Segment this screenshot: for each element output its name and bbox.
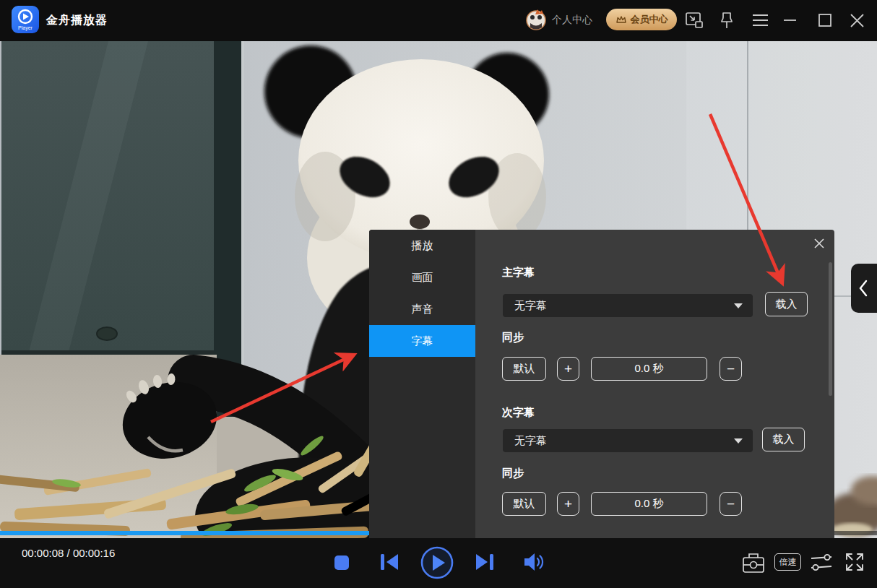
equalizer-button[interactable] (810, 551, 833, 574)
settings-tabs: 播放 画面 声音 字幕 (369, 230, 475, 545)
menu-icon[interactable] (749, 9, 771, 31)
main-subtitle-load-button[interactable]: 载入 (765, 292, 808, 316)
secondary-sync-minus-button[interactable]: − (720, 492, 742, 516)
chevron-down-icon (734, 438, 743, 444)
user-center-link[interactable]: 个人中心 (552, 14, 592, 27)
app-title: 金舟播放器 (46, 13, 108, 28)
mini-player-icon[interactable] (683, 9, 705, 31)
member-center-label: 会员中心 (631, 13, 668, 26)
player-window: Player 金舟播放器 个人中心 会员中心 (0, 0, 877, 588)
title-bar: Player 金舟播放器 个人中心 会员中心 (0, 0, 877, 41)
previous-button[interactable] (379, 553, 399, 571)
main-subtitle-select[interactable]: 无字幕 (503, 294, 753, 317)
pin-icon[interactable] (716, 9, 738, 31)
svg-text:Player: Player (18, 25, 33, 31)
settings-panel: 播放 画面 声音 字幕 主字幕 无字幕 载入 同步 默认 + 0.0 秒 − 次… (369, 230, 834, 545)
panel-scrollbar[interactable] (829, 262, 832, 396)
main-sync-default-button[interactable]: 默认 (502, 357, 546, 381)
tab-playback[interactable]: 播放 (369, 230, 475, 261)
panel-close-icon[interactable] (813, 238, 825, 249)
play-button[interactable] (420, 546, 454, 579)
main-sync-offset-field[interactable]: 0.0 秒 (591, 357, 707, 381)
minimize-icon[interactable] (779, 9, 800, 31)
speed-button[interactable]: 倍速 (774, 553, 801, 571)
chevron-down-icon (734, 303, 743, 308)
secondary-subtitle-label: 次字幕 (502, 406, 535, 420)
secondary-subtitle-select[interactable]: 无字幕 (503, 429, 753, 452)
panda-nose (410, 215, 430, 229)
maximize-icon[interactable] (814, 9, 836, 31)
close-icon[interactable] (846, 9, 868, 31)
stop-button[interactable] (333, 554, 350, 571)
secondary-sync-offset-field[interactable]: 0.0 秒 (591, 492, 707, 516)
crown-icon (615, 14, 627, 25)
time-display: 00:00:08 / 00:00:16 (22, 547, 115, 559)
main-subtitle-label: 主字幕 (502, 266, 535, 280)
next-button[interactable] (475, 553, 495, 571)
secondary-sync-plus-button[interactable]: + (557, 492, 579, 516)
fullscreen-button[interactable] (844, 551, 865, 573)
volume-button[interactable] (523, 551, 545, 573)
secondary-subtitle-load-button[interactable]: 载入 (762, 428, 805, 451)
main-sync-label: 同步 (502, 331, 524, 345)
secondary-sync-label: 同步 (502, 467, 524, 480)
app-logo: Player (12, 6, 39, 33)
chevron-left-icon (857, 274, 871, 303)
playlist-collapse-handle[interactable] (851, 264, 877, 313)
control-bar: 00:00:08 / 00:00:16 倍速 (0, 538, 877, 588)
avatar[interactable] (525, 9, 547, 30)
toolbox-button[interactable] (741, 550, 766, 576)
secondary-sync-default-button[interactable]: 默认 (502, 492, 546, 516)
main-sync-minus-button[interactable]: − (720, 357, 742, 381)
tab-picture[interactable]: 画面 (369, 261, 475, 293)
tab-sound[interactable]: 声音 (369, 293, 475, 325)
member-center-button[interactable]: 会员中心 (606, 9, 677, 30)
tab-subtitle[interactable]: 字幕 (369, 325, 475, 357)
main-sync-plus-button[interactable]: + (557, 357, 579, 381)
